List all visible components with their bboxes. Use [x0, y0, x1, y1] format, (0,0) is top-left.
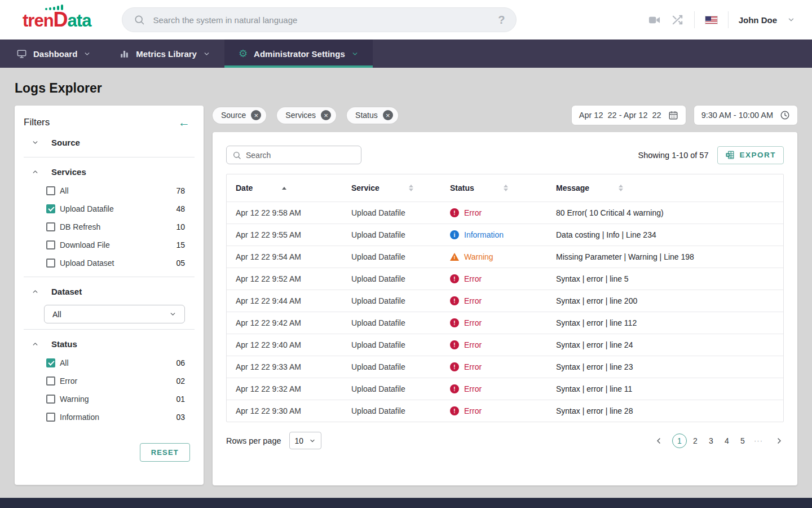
calendar-icon: [668, 110, 678, 120]
cell-date: Apr 12 22 9:54 AM: [227, 252, 342, 261]
filter-option-upload-dataset: Upload Dataset05: [15, 254, 204, 272]
cell-message: Syntax | error | line 5: [547, 274, 783, 283]
column-label: Status: [450, 183, 474, 192]
cell-message: Syntax | error | line 23: [547, 362, 783, 371]
cell-service: Upload Datafile: [342, 296, 441, 305]
checkbox-upload-dataset[interactable]: [46, 259, 55, 268]
cell-message: Data costing | Info | Line 234: [547, 230, 783, 239]
showing-count: Showing 1-10 of 57: [638, 151, 709, 160]
column-label: Message: [556, 183, 589, 192]
filter-section-status[interactable]: Status: [15, 334, 204, 354]
cell-service: Upload Datafile: [342, 318, 441, 327]
sort-icon: [504, 185, 508, 191]
chip-label: Status: [355, 111, 378, 120]
filter-option-label: DB Refresh: [60, 222, 100, 231]
filter-option-count: 78: [176, 186, 185, 195]
status-label: Error: [464, 362, 482, 371]
nav-item-administrator-settings[interactable]: ⚙Administrator Settings: [224, 40, 373, 68]
select-value: All: [52, 310, 61, 319]
page-button-2[interactable]: 2: [688, 433, 703, 448]
nav-item-label: Administrator Settings: [254, 49, 345, 59]
checkbox-all[interactable]: [46, 186, 55, 195]
date-range-picker[interactable]: Apr 12 22 - Apr 12 22: [572, 106, 686, 125]
us-flag-language-selector[interactable]: [705, 16, 718, 24]
page-button-1[interactable]: 1: [672, 433, 687, 448]
rows-per-page-label: Rows per page: [226, 436, 281, 445]
cell-service: Upload Datafile: [342, 340, 441, 349]
nav-item-metrics-library[interactable]: Metrics Library: [105, 40, 224, 68]
close-icon[interactable]: ×: [251, 110, 261, 120]
chevron-left-icon[interactable]: [654, 436, 663, 445]
filter-section-services[interactable]: Services: [15, 162, 204, 182]
time-range-picker[interactable]: 9:30 AM - 10:00 AM: [694, 106, 797, 125]
status-label: Warning: [464, 252, 493, 261]
collapse-filters-back-arrow-icon[interactable]: ←: [178, 116, 190, 128]
filter-chip-status[interactable]: Status×: [347, 107, 398, 124]
checkbox-db-refresh[interactable]: [46, 222, 55, 231]
cell-message: Syntax | error | line 200: [547, 296, 783, 305]
cell-service: Upload Datafile: [342, 230, 441, 239]
chevron-right-icon[interactable]: [775, 436, 784, 445]
user-menu[interactable]: John Doe: [739, 15, 777, 25]
filter-option-count: 15: [176, 240, 185, 249]
trendata-logo[interactable]: trenData: [23, 8, 91, 32]
cell-date: Apr 12 22 9:58 AM: [227, 208, 342, 217]
video-camera-icon[interactable]: [648, 14, 661, 27]
table-row: Apr 12 22 9:55 AMUpload DatafileiInforma…: [227, 224, 783, 246]
bottom-bar: [0, 498, 812, 508]
page-title: Logs Explorer: [15, 81, 812, 96]
pagination-ellipsis: ···: [751, 436, 766, 445]
help-icon[interactable]: ?: [498, 14, 505, 27]
column-header-status[interactable]: Status: [441, 183, 547, 192]
checkbox-download-file[interactable]: [46, 240, 55, 249]
checkbox-warning[interactable]: [46, 395, 55, 404]
page-button-4[interactable]: 4: [720, 433, 734, 448]
filter-section-source[interactable]: Source: [15, 133, 204, 152]
error-icon: !: [450, 296, 459, 305]
global-search-input[interactable]: [153, 15, 490, 25]
checkbox-information[interactable]: [46, 413, 55, 422]
filter-option-label: Information: [60, 413, 99, 422]
column-label: Service: [351, 183, 379, 192]
dataset-select[interactable]: All: [44, 305, 185, 323]
sort-icon: [619, 185, 623, 191]
chevron-down-icon: [32, 139, 39, 146]
column-header-date[interactable]: Date: [227, 183, 342, 192]
cell-status: !Error: [441, 296, 547, 305]
table-header-row: DateServiceStatusMessage: [227, 174, 783, 202]
export-button[interactable]: EXPORT: [717, 146, 784, 164]
rows-per-page-select[interactable]: 10: [289, 432, 321, 449]
shuffle-icon[interactable]: [671, 14, 684, 27]
column-header-message[interactable]: Message: [547, 183, 783, 192]
chip-label: Services: [285, 111, 316, 120]
filter-chip-services[interactable]: Services×: [277, 107, 336, 124]
filter-section-dataset[interactable]: Dataset: [15, 282, 204, 301]
main-column: Source×Services×Status× Apr 12 22 - Apr …: [213, 106, 797, 485]
close-icon[interactable]: ×: [383, 110, 393, 120]
page-button-5[interactable]: 5: [735, 433, 750, 448]
column-header-service[interactable]: Service: [342, 183, 441, 192]
logo-text-d: D: [54, 8, 68, 32]
chevron-down-icon: [309, 437, 316, 444]
table-search-input[interactable]: [246, 151, 355, 160]
table-search[interactable]: [226, 146, 361, 164]
status-label: Error: [464, 208, 482, 217]
checkbox-error[interactable]: [46, 376, 55, 386]
global-search[interactable]: ?: [122, 7, 517, 32]
checkbox-upload-datafile[interactable]: [46, 204, 55, 213]
cell-date: Apr 12 22 9:40 AM: [227, 340, 342, 349]
checkbox-all[interactable]: [46, 358, 55, 367]
page-button-3[interactable]: 3: [704, 433, 718, 448]
reset-button[interactable]: RESET: [140, 443, 190, 462]
table-footer: Rows per page 10 12345···: [226, 432, 784, 449]
filter-chip-source[interactable]: Source×: [213, 107, 266, 124]
search-icon: [232, 151, 241, 160]
cell-status: !Error: [441, 318, 547, 327]
nav-item-dashboard[interactable]: Dashboard: [2, 40, 105, 68]
cell-service: Upload Datafile: [342, 384, 441, 393]
close-icon[interactable]: ×: [321, 110, 331, 120]
error-icon: !: [450, 208, 459, 217]
chevron-down-icon[interactable]: [787, 16, 795, 24]
cell-status: iInformation: [441, 230, 547, 239]
filter-option-label: Upload Datafile: [60, 204, 114, 213]
